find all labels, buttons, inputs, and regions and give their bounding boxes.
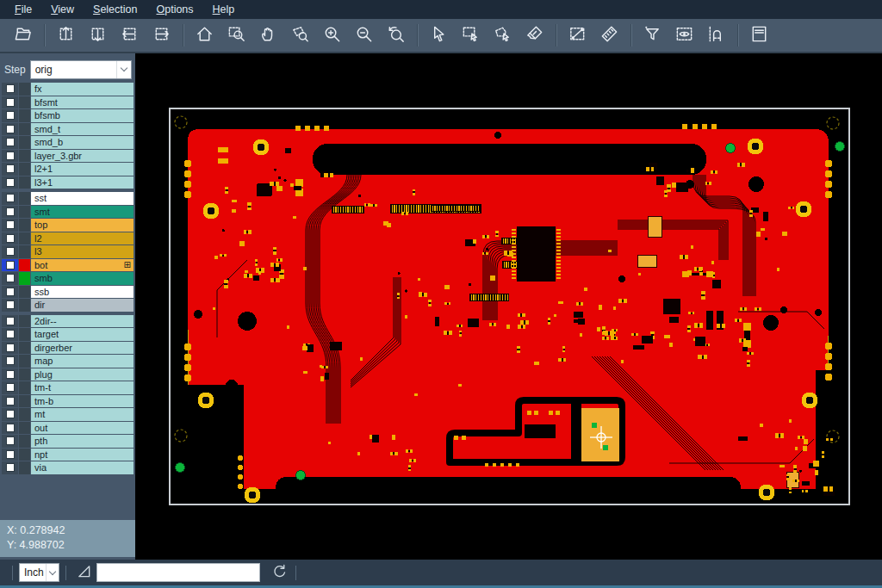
layer-visibility-checkbox[interactable]	[6, 84, 15, 93]
measure-distance-button[interactable]	[562, 21, 593, 50]
layer-row-top[interactable]: top	[2, 219, 134, 232]
layer-name-label[interactable]: tm-b	[31, 395, 134, 408]
zoom-previous-button[interactable]	[380, 21, 412, 50]
layer-row-dirgerber[interactable]: dirgerber	[2, 342, 134, 355]
layer-color-swatch[interactable]	[19, 219, 30, 232]
measure-angle-button[interactable]	[72, 562, 95, 583]
layer-color-swatch[interactable]	[19, 381, 30, 394]
layer-color-swatch[interactable]	[19, 395, 30, 408]
layer-row-l3+1[interactable]: l3+1	[2, 176, 134, 189]
layer-color-swatch[interactable]	[19, 408, 30, 421]
layer-color-swatch[interactable]	[19, 163, 30, 176]
layer-name-label[interactable]: smd_t	[31, 123, 134, 136]
layer-row-smd_t[interactable]: smd_t	[2, 123, 134, 136]
layer-visibility-checkbox[interactable]	[6, 194, 15, 202]
menu-file[interactable]: File	[5, 1, 41, 18]
layer-row-bfsmt[interactable]: bfsmt	[2, 96, 134, 109]
layer-visibility-checkbox[interactable]	[6, 234, 15, 243]
layer-color-swatch[interactable]	[19, 83, 30, 96]
step-select[interactable]: orig	[30, 60, 132, 79]
layer-color-swatch[interactable]	[19, 245, 30, 258]
layer-color-swatch[interactable]	[19, 461, 30, 474]
layer-color-swatch[interactable]	[19, 176, 30, 189]
layer-name-label[interactable]: via	[31, 461, 134, 474]
pan-up-button[interactable]	[50, 21, 82, 50]
layer-color-swatch[interactable]	[19, 232, 30, 245]
layer-row-layer_3.gbr[interactable]: layer_3.gbr	[2, 150, 134, 163]
layer-row-l2[interactable]: l2	[2, 232, 134, 245]
zoom-polygon-button[interactable]	[284, 21, 316, 50]
display-options-button[interactable]	[668, 21, 700, 50]
layer-visibility-checkbox[interactable]	[6, 111, 15, 120]
layer-name-label[interactable]: l2+1	[31, 163, 134, 176]
layer-name-label[interactable]: dirgerber	[31, 342, 134, 355]
layer-row-map[interactable]: map	[2, 355, 134, 368]
layer-row-out[interactable]: out	[2, 422, 134, 435]
layer-row-pth[interactable]: pth	[2, 435, 134, 448]
layer-visibility-checkbox[interactable]	[6, 424, 15, 432]
layer-name-label[interactable]: plug	[31, 368, 134, 381]
layer-color-swatch[interactable]	[19, 286, 30, 299]
layer-name-label[interactable]: smd_b	[31, 136, 134, 149]
layer-visibility-checkbox[interactable]	[6, 152, 15, 160]
layer-visibility-checkbox[interactable]	[6, 450, 15, 459]
pan-left-button[interactable]	[114, 21, 146, 50]
layer-row-target[interactable]: target	[2, 328, 134, 341]
layer-name-label[interactable]: l2	[31, 232, 134, 245]
home-view-button[interactable]	[189, 21, 220, 50]
layer-visibility-checkbox[interactable]	[6, 247, 15, 256]
layer-name-label[interactable]: top	[31, 219, 134, 232]
layer-name-label[interactable]: fx	[31, 83, 134, 96]
pcb-viewport[interactable]	[135, 53, 882, 560]
layer-visibility-checkbox[interactable]	[6, 261, 15, 269]
layer-row-plug[interactable]: plug	[2, 368, 134, 381]
layer-visibility-checkbox[interactable]	[6, 436, 15, 445]
layer-visibility-checkbox[interactable]	[6, 463, 15, 472]
layer-name-label[interactable]: out	[31, 422, 134, 435]
menu-view[interactable]: View	[41, 1, 84, 18]
layer-visibility-checkbox[interactable]	[6, 274, 15, 282]
refresh-button[interactable]	[267, 562, 289, 583]
layer-name-label[interactable]: layer_3.gbr	[31, 150, 134, 163]
layer-row-smd_b[interactable]: smd_b	[2, 136, 134, 149]
layer-visibility-checkbox[interactable]	[6, 317, 15, 325]
layer-visibility-checkbox[interactable]	[6, 138, 15, 146]
layer-visibility-checkbox[interactable]	[6, 220, 15, 229]
layer-color-swatch[interactable]	[19, 315, 30, 328]
layer-name-label[interactable]: mt	[31, 408, 134, 421]
layer-visibility-checkbox[interactable]	[6, 410, 15, 418]
select-rectangle-button[interactable]	[455, 21, 487, 50]
layer-visibility-checkbox[interactable]	[6, 125, 15, 133]
menu-options[interactable]: Options	[146, 1, 202, 18]
layer-color-swatch[interactable]	[19, 206, 30, 219]
layers-dialog-button[interactable]	[743, 21, 775, 50]
layer-row-smb[interactable]: smb	[2, 272, 134, 285]
layer-visibility-checkbox[interactable]	[6, 98, 15, 107]
layer-name-label[interactable]: l3	[31, 245, 134, 258]
layer-visibility-checkbox[interactable]	[6, 164, 15, 173]
pan-down-button[interactable]	[82, 21, 114, 50]
layer-name-label[interactable]: npt	[31, 449, 134, 461]
select-polygon-button[interactable]	[487, 21, 519, 50]
layer-name-label[interactable]: pth	[31, 435, 134, 448]
layer-color-swatch[interactable]	[19, 109, 30, 122]
clear-highlight-button[interactable]	[519, 21, 550, 50]
layer-visibility-checkbox[interactable]	[6, 383, 15, 392]
layer-color-swatch[interactable]	[19, 259, 30, 272]
layer-visibility-checkbox[interactable]	[6, 344, 15, 352]
layer-row-tm-t[interactable]: tm-t	[2, 381, 134, 394]
layer-row-fx[interactable]: fx	[2, 83, 134, 96]
layer-row-l2+1[interactable]: l2+1	[2, 163, 134, 176]
layer-visibility-checkbox[interactable]	[6, 288, 15, 296]
layer-name-label[interactable]: bot⊞	[31, 259, 134, 272]
layer-color-swatch[interactable]	[19, 368, 30, 381]
layer-color-swatch[interactable]	[19, 150, 30, 163]
filter-button[interactable]	[637, 21, 668, 50]
layer-visibility-checkbox[interactable]	[6, 207, 15, 216]
pan-hand-button[interactable]	[252, 21, 284, 50]
layer-color-swatch[interactable]	[19, 355, 30, 368]
layer-row-npt[interactable]: npt	[2, 449, 134, 461]
layer-name-label[interactable]: l3+1	[31, 176, 134, 189]
layer-row-sst[interactable]: sst	[2, 192, 134, 205]
pan-right-button[interactable]	[146, 21, 177, 50]
